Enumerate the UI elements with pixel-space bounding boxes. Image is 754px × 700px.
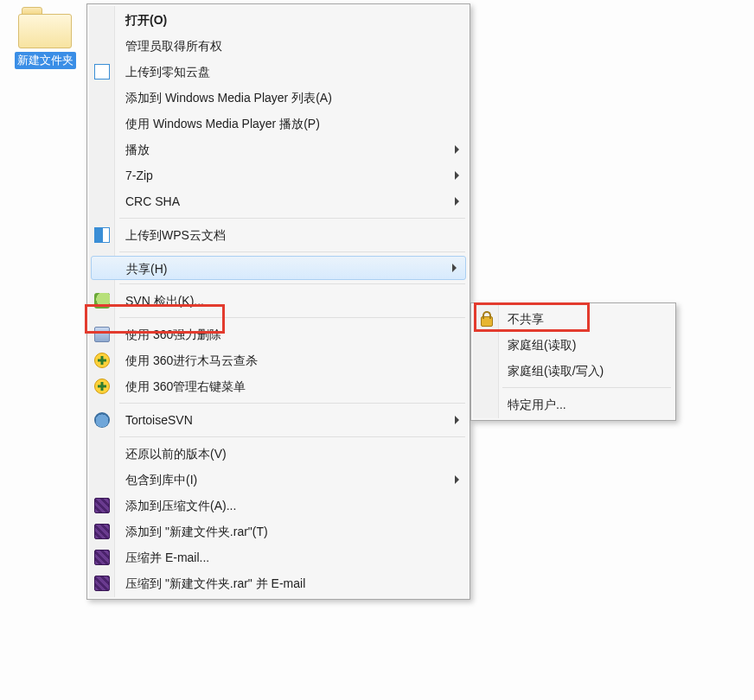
- menu-add-archive-named-label: 添加到 "新建文件夹.rar"(T): [125, 525, 268, 538]
- menu-play-wmp-label: 使用 Windows Media Player 播放(P): [125, 117, 320, 130]
- menu-play-wmp[interactable]: 使用 Windows Media Player 播放(P): [89, 111, 468, 137]
- share-submenu: 不共享 家庭组(读取) 家庭组(读取/写入) 特定用户...: [470, 302, 676, 421]
- submenu-homegroup-rw-label: 家庭组(读取/写入): [508, 364, 604, 378]
- menu-share[interactable]: 共享(H): [91, 256, 466, 280]
- archive-icon: [94, 498, 110, 513]
- menu-separator: [119, 218, 465, 219]
- submenu-arrow-icon: [455, 197, 459, 206]
- menu-upload-wps[interactable]: 上传到WPS云文档: [89, 222, 468, 248]
- menu-compress-email-label: 压缩并 E-mail...: [125, 550, 209, 564]
- menu-take-ownership[interactable]: 管理员取得所有权: [89, 33, 468, 59]
- submenu-homegroup-read[interactable]: 家庭组(读取): [473, 332, 674, 358]
- menu-360-delete-label: 使用 360强力删除: [125, 328, 221, 341]
- menu-play-label: 播放: [125, 143, 150, 156]
- svn-checkout-icon: [94, 293, 110, 309]
- menu-include-library-label: 包含到库中(I): [125, 473, 197, 487]
- menu-add-wmp-list-label: 添加到 Windows Media Player 列表(A): [125, 91, 332, 105]
- plus-circle-icon: [94, 353, 110, 368]
- menu-upload-cloud[interactable]: 上传到零知云盘: [89, 59, 468, 85]
- menu-add-archive[interactable]: 添加到压缩文件(A)...: [89, 493, 468, 519]
- menu-separator: [119, 436, 465, 437]
- menu-share-label: 共享(H): [126, 262, 167, 276]
- menu-separator: [119, 403, 465, 404]
- menu-tortoisesvn[interactable]: TortoiseSVN: [89, 407, 468, 433]
- archive-icon: [94, 576, 110, 591]
- menu-restore-previous-label: 还原以前的版本(V): [125, 447, 227, 461]
- menu-open-label: 打开(O): [125, 13, 167, 27]
- cloud-upload-icon: [94, 64, 110, 80]
- menu-open[interactable]: 打开(O): [89, 7, 468, 33]
- lock-icon: [478, 311, 494, 327]
- menu-separator: [119, 251, 465, 252]
- menu-360-scan[interactable]: 使用 360进行木马云查杀: [89, 347, 468, 373]
- folder-desktop-item[interactable]: 新建文件夹: [7, 3, 83, 72]
- menu-svn-checkout[interactable]: SVN 检出(K)...: [89, 288, 468, 314]
- submenu-arrow-icon: [455, 171, 459, 180]
- submenu-arrow-icon: [455, 475, 459, 484]
- menu-tortoisesvn-label: TortoiseSVN: [125, 413, 193, 427]
- archive-icon: [94, 524, 110, 539]
- menu-compress-named-email-label: 压缩到 "新建文件夹.rar" 并 E-mail: [125, 576, 305, 590]
- menu-360-scan-label: 使用 360进行木马云查杀: [125, 353, 258, 367]
- submenu-arrow-icon: [455, 145, 459, 154]
- archive-icon: [94, 550, 110, 565]
- menu-crc-sha-label: CRC SHA: [125, 194, 180, 208]
- folder-context-menu: 打开(O) 管理员取得所有权 上传到零知云盘 添加到 Windows Media…: [86, 3, 470, 600]
- submenu-homegroup-read-label: 家庭组(读取): [508, 338, 576, 352]
- menu-restore-previous[interactable]: 还原以前的版本(V): [89, 441, 468, 467]
- menu-360-manage[interactable]: 使用 360管理右键菜单: [89, 373, 468, 399]
- menu-separator: [502, 387, 671, 388]
- menu-play[interactable]: 播放: [89, 137, 468, 162]
- menu-add-wmp-list[interactable]: 添加到 Windows Media Player 列表(A): [89, 85, 468, 111]
- menu-separator: [119, 317, 465, 318]
- folder-icon: [18, 7, 72, 50]
- submenu-specific-users[interactable]: 特定用户...: [473, 391, 674, 417]
- trash-icon: [94, 327, 110, 342]
- menu-7zip-label: 7-Zip: [125, 169, 153, 182]
- folder-label: 新建文件夹: [15, 52, 76, 69]
- menu-360-manage-label: 使用 360管理右键菜单: [125, 379, 246, 393]
- menu-upload-cloud-label: 上传到零知云盘: [125, 65, 210, 79]
- submenu-no-share[interactable]: 不共享: [473, 306, 674, 332]
- menu-360-delete[interactable]: 使用 360强力删除: [89, 321, 468, 347]
- submenu-homegroup-rw[interactable]: 家庭组(读取/写入): [473, 358, 674, 384]
- menu-compress-named-email[interactable]: 压缩到 "新建文件夹.rar" 并 E-mail: [89, 570, 468, 596]
- tortoise-icon: [94, 412, 110, 428]
- menu-upload-wps-label: 上传到WPS云文档: [125, 228, 226, 242]
- menu-add-archive-label: 添加到压缩文件(A)...: [125, 499, 236, 512]
- plus-circle-icon: [94, 379, 110, 394]
- menu-take-ownership-label: 管理员取得所有权: [125, 39, 222, 53]
- menu-compress-email[interactable]: 压缩并 E-mail...: [89, 544, 468, 570]
- menu-include-library[interactable]: 包含到库中(I): [89, 467, 468, 493]
- menu-crc-sha[interactable]: CRC SHA: [89, 188, 468, 214]
- submenu-specific-users-label: 特定用户...: [508, 398, 566, 411]
- submenu-no-share-label: 不共享: [508, 312, 544, 326]
- menu-separator: [119, 283, 465, 284]
- submenu-arrow-icon: [455, 416, 459, 424]
- menu-add-archive-named[interactable]: 添加到 "新建文件夹.rar"(T): [89, 519, 468, 544]
- submenu-arrow-icon: [452, 264, 457, 272]
- menu-svn-checkout-label: SVN 检出(K)...: [125, 294, 204, 308]
- menu-7zip[interactable]: 7-Zip: [89, 162, 468, 188]
- wps-icon: [94, 227, 110, 243]
